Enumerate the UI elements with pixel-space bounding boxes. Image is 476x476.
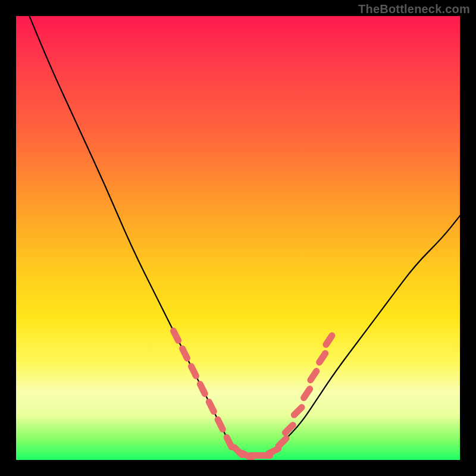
plot-area (16, 16, 460, 460)
curve-marker (209, 402, 214, 411)
bottleneck-curve-svg (16, 16, 460, 460)
curve-marker (174, 331, 178, 340)
curve-marker (227, 437, 231, 447)
curve-marker (320, 353, 325, 362)
bottleneck-curve (29, 16, 460, 456)
curve-marker (304, 389, 310, 398)
curve-marker (218, 419, 223, 429)
curve-marker (285, 425, 293, 433)
curve-marker (183, 349, 187, 358)
curve-markers (174, 331, 332, 458)
curve-marker (311, 371, 317, 380)
watermark-text: TheBottleneck.com (358, 2, 470, 16)
curve-marker (326, 336, 332, 345)
curve-marker (278, 439, 286, 446)
curve-marker (294, 408, 302, 415)
curve-marker (200, 384, 205, 394)
chart-frame: TheBottleneck.com (0, 0, 476, 476)
curve-marker (191, 367, 196, 376)
curve-marker (269, 449, 278, 453)
